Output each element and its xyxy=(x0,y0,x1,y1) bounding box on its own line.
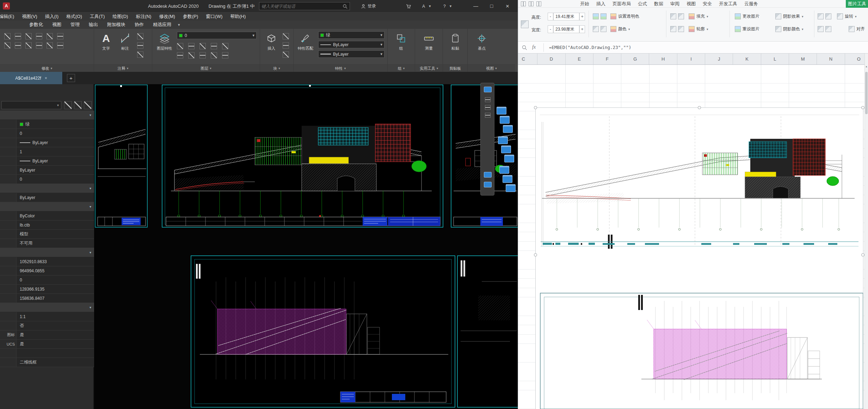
property-row[interactable]: 1 xyxy=(0,147,94,156)
ribbon-tab[interactable]: 公式 xyxy=(634,1,651,7)
property-row[interactable]: 1052910.8633 xyxy=(0,257,94,266)
panel-label[interactable]: 剪贴板 xyxy=(443,64,467,72)
column-header[interactable]: C xyxy=(518,54,537,64)
ribbon-tab[interactable]: 安全 xyxy=(699,1,715,7)
modify-tool-icon[interactable] xyxy=(15,33,21,39)
picture-frame-icon[interactable] xyxy=(678,26,684,32)
color-button[interactable]: 颜色 ▾ xyxy=(610,26,630,32)
modify-tool-icon[interactable] xyxy=(25,33,32,39)
property-row[interactable]: 不可用 xyxy=(0,239,94,248)
app-store-button[interactable]: A ▾ xyxy=(420,0,433,12)
outline-button[interactable]: 轮廓 ▾ xyxy=(689,26,708,32)
group-button[interactable]: 组 xyxy=(392,31,410,51)
contrast-icon[interactable] xyxy=(601,13,607,19)
column-header[interactable]: I xyxy=(677,54,705,64)
selection-handle[interactable] xyxy=(534,253,537,256)
sheet-icon[interactable] xyxy=(497,107,506,114)
sheet-icon[interactable] xyxy=(498,136,508,144)
property-row[interactable]: 128366.9135 xyxy=(0,285,94,294)
close-tab-icon[interactable]: × xyxy=(45,76,47,81)
selection-type-select[interactable]: ▾ xyxy=(1,101,61,109)
ungroup-icon[interactable] xyxy=(825,26,831,32)
height-increase-button[interactable]: + xyxy=(579,13,585,20)
property-row[interactable]: 模型 xyxy=(0,230,94,239)
group-objects-icon[interactable] xyxy=(818,26,824,32)
selection-handle[interactable] xyxy=(861,106,864,109)
rotate-button[interactable]: 旋转 ▾ xyxy=(837,13,857,19)
column-header[interactable]: L xyxy=(761,54,789,64)
help-button[interactable]: ? ▾ xyxy=(441,0,454,12)
minimize-button[interactable]: — xyxy=(469,0,483,12)
ribbon-tab[interactable]: 开始 xyxy=(577,1,593,7)
paste-button[interactable]: 粘贴 xyxy=(446,31,464,51)
width-increase-button[interactable]: + xyxy=(579,25,585,33)
vertical-scrollbar[interactable]: ▴ xyxy=(864,54,868,409)
ribbon-tab[interactable]: 管理 xyxy=(66,21,84,28)
match-properties-button[interactable]: 特性匹配 xyxy=(295,31,316,51)
property-row[interactable]: 964994.0855 xyxy=(0,266,94,275)
search-input[interactable] xyxy=(261,4,343,9)
sheet-icon[interactable] xyxy=(501,145,511,153)
modify-tool-icon[interactable] xyxy=(47,33,53,39)
linetype-select[interactable]: ByLayer ▾ xyxy=(318,41,384,48)
ribbon-tab[interactable]: 开发工具 xyxy=(715,1,741,7)
ribbon-tab[interactable]: 输出 xyxy=(84,21,103,28)
column-header[interactable]: F xyxy=(593,54,621,64)
help-search-box[interactable] xyxy=(259,2,350,10)
border-icon[interactable] xyxy=(678,13,684,19)
brightness-icon[interactable] xyxy=(593,13,599,19)
properties-section-header[interactable]: ▾ xyxy=(0,303,94,312)
align-button[interactable]: 对齐 xyxy=(849,26,865,32)
chevron-down-icon[interactable]: ▾ xyxy=(176,23,180,27)
ribbon-tab[interactable]: 参数化 xyxy=(25,21,48,28)
basepoint-button[interactable]: 基点 xyxy=(473,31,491,51)
embedded-autocad-object[interactable] xyxy=(536,108,863,409)
menu-item[interactable]: 帮助(H) xyxy=(226,13,250,20)
column-header[interactable]: H xyxy=(650,54,677,64)
ribbon-tab[interactable]: 协作 xyxy=(130,21,148,28)
property-row[interactable]: 二维线框 xyxy=(0,358,94,367)
signin-button[interactable]: 登录 xyxy=(359,0,378,12)
shadow-color-button[interactable]: 阴影颜色 ▾ xyxy=(775,26,804,32)
spreadsheet-grid[interactable] xyxy=(518,65,868,409)
panel-label[interactable]: 图层▾ xyxy=(152,64,260,72)
property-row[interactable]: 0 xyxy=(0,275,94,285)
menu-item[interactable]: 窗口(W) xyxy=(202,13,226,20)
app-menu-icon[interactable] xyxy=(521,1,526,6)
height-decrease-button[interactable]: - xyxy=(548,13,553,20)
shadow-effect-button[interactable]: 阴影效果 ▾ xyxy=(775,13,804,19)
height-input[interactable] xyxy=(553,13,579,20)
column-header[interactable]: G xyxy=(621,54,649,64)
ribbon-tab[interactable]: 审阅 xyxy=(667,1,683,7)
compress-icon[interactable] xyxy=(593,26,599,32)
selection-handle[interactable] xyxy=(534,106,537,109)
modify-tool-icon[interactable] xyxy=(36,33,42,39)
close-button[interactable]: × xyxy=(500,0,515,12)
column-header[interactable]: K xyxy=(733,54,761,64)
panel-label[interactable]: 实用工具▾ xyxy=(415,64,443,72)
property-row[interactable]: 图标是 xyxy=(0,330,94,340)
property-row[interactable]: 0 xyxy=(0,175,94,184)
width-decrease-button[interactable]: - xyxy=(548,25,553,33)
ribbon-tab[interactable]: 页面布局 xyxy=(609,1,634,7)
ribbon-tab[interactable]: 精选应用 xyxy=(148,21,176,28)
selection-handle[interactable] xyxy=(861,253,864,256)
ribbon-tab[interactable]: 云服务 xyxy=(741,1,762,7)
sheet-icon[interactable] xyxy=(503,175,512,183)
menu-item[interactable]: 格式(O) xyxy=(62,13,86,20)
dimension-button[interactable]: 标注 xyxy=(116,31,134,51)
menu-item[interactable]: 视图(V) xyxy=(18,13,41,20)
insert-block-button[interactable]: 插入 xyxy=(262,31,281,51)
property-row[interactable] xyxy=(0,349,94,358)
modify-tool-icon[interactable] xyxy=(36,42,42,49)
properties-section-header[interactable]: ▾ xyxy=(0,202,94,211)
layer-properties-button[interactable]: 图层特性 xyxy=(154,31,175,51)
width-input[interactable] xyxy=(553,25,579,33)
properties-section-header[interactable]: ▾ xyxy=(0,111,94,120)
lineweight-select[interactable]: ByLayer ▾ xyxy=(318,50,384,58)
sheet-icon[interactable] xyxy=(504,155,514,162)
scroll-up-icon[interactable]: ▴ xyxy=(865,65,868,68)
bring-forward-icon[interactable] xyxy=(818,13,824,19)
properties-section-header[interactable]: ▾ xyxy=(0,248,94,257)
reset-picture-button[interactable]: 重设图片 xyxy=(735,26,759,32)
